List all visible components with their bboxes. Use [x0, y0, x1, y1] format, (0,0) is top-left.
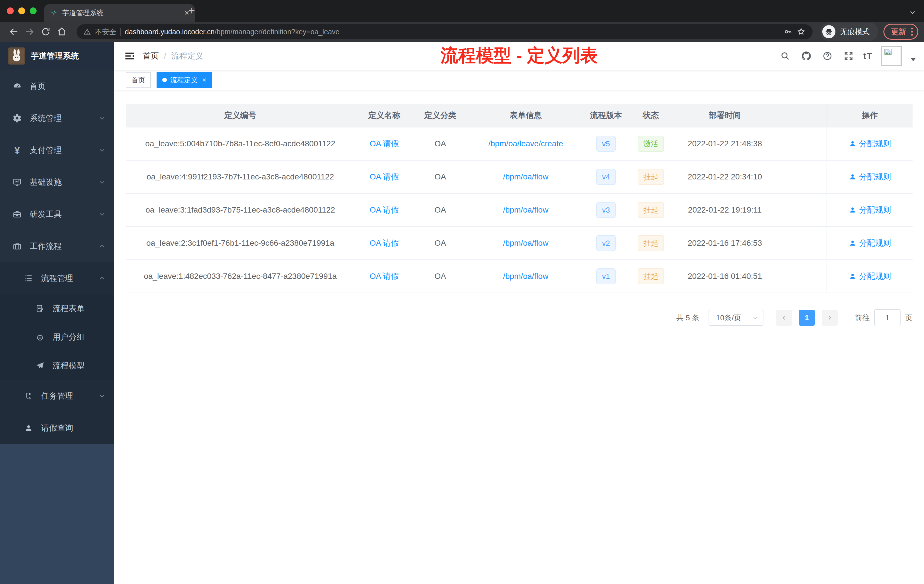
table-row: oa_leave:5:004b710b-7b8a-11ec-8ef0-acde4… [126, 127, 912, 160]
key-icon[interactable] [784, 27, 792, 36]
cell-category: OA [414, 260, 467, 293]
sidebar-item-system[interactable]: 系统管理 [0, 102, 114, 134]
minimize-window-button[interactable] [18, 7, 25, 14]
url-path: /bpm/manager/definition?key=oa_leave [214, 28, 340, 36]
browser-update-button[interactable]: 更新 [883, 24, 918, 40]
sidebar-logo[interactable]: 芋道管理系统 [0, 42, 114, 70]
version-badge[interactable]: v3 [596, 202, 615, 218]
form-link[interactable]: /bpm/oa/flow [503, 272, 549, 280]
tab-title: 芋道管理系统 [62, 8, 180, 17]
new-tab-button[interactable]: + [188, 5, 195, 17]
pagination: 共 5 条 10条/页 1 前往 页 [126, 309, 912, 326]
assign-rule-label: 分配规则 [859, 271, 891, 282]
url-text[interactable]: dashboard.yudao.iocoder.cn/bpm/manager/d… [125, 28, 779, 36]
definition-name-link[interactable]: OA 请假 [370, 139, 399, 148]
assign-rule-link[interactable]: 分配规则 [849, 138, 891, 149]
sidebar-item-home[interactable]: 首页 [0, 70, 114, 102]
next-page-button[interactable] [822, 310, 838, 326]
incognito-chip[interactable]: 无痕模式 [820, 23, 878, 41]
search-icon[interactable] [779, 50, 792, 62]
back-icon[interactable] [6, 24, 22, 40]
forward-icon[interactable] [22, 24, 38, 40]
tab-search-chevron-icon[interactable] [909, 7, 916, 18]
goto-page-input[interactable] [874, 309, 901, 326]
address-bar[interactable]: 不安全 dashboard.yudao.iocoder.cn/bpm/manag… [77, 24, 813, 39]
cell-deploy-time: 2022-01-22 21:48:38 [674, 127, 776, 160]
breadcrumb-home[interactable]: 首页 [143, 51, 159, 61]
definition-name-link[interactable]: OA 请假 [370, 172, 399, 181]
definition-name-link[interactable]: OA 请假 [370, 272, 399, 280]
fullscreen-icon[interactable] [842, 50, 855, 62]
browser-tab-strip: 芋道管理系统 × + [0, 0, 924, 22]
avatar[interactable] [881, 46, 902, 66]
assign-rule-link[interactable]: 分配规则 [849, 238, 891, 249]
sidebar-item-label: 流程表单 [53, 303, 84, 314]
sidebar-item-payment[interactable]: ¥ 支付管理 [0, 134, 114, 166]
cell-filler [776, 160, 827, 193]
window-controls[interactable] [7, 7, 36, 14]
user-icon [22, 424, 35, 432]
assign-rule-link[interactable]: 分配规则 [849, 205, 891, 215]
status-badge: 激活 [638, 136, 664, 152]
home-icon[interactable] [54, 24, 70, 40]
sidebar-item-process-form[interactable]: 流程表单 [0, 294, 114, 323]
navbar: 首页 / 流程定义 流程模型 - 定义列表 tT [114, 42, 924, 70]
sidebar-item-label: 首页 [30, 81, 46, 92]
sidebar-item-dev-tools[interactable]: 研发工具 [0, 198, 114, 230]
sidebar-menu: 首页 系统管理 ¥ 支付管理 基础设施 [0, 70, 114, 444]
avatar-caret-icon[interactable] [910, 58, 916, 61]
prev-page-button[interactable] [776, 310, 792, 326]
maximize-window-button[interactable] [30, 7, 36, 14]
assign-rule-label: 分配规则 [859, 238, 891, 249]
sidebar-item-process-management[interactable]: 流程管理 [0, 262, 114, 294]
security-label[interactable]: 不安全 [95, 27, 116, 36]
page-size-select[interactable]: 10条/页 [709, 310, 764, 326]
form-link[interactable]: /bpm/oa/flow [503, 239, 549, 247]
version-badge[interactable]: v5 [596, 136, 615, 152]
table-header-row: 定义编号 定义名称 定义分类 表单信息 流程版本 状态 部署时间 操作 [126, 104, 912, 127]
version-badge[interactable]: v1 [596, 268, 615, 284]
sidebar-item-infrastructure[interactable]: 基础设施 [0, 166, 114, 198]
bookmark-star-icon[interactable] [797, 27, 806, 36]
definition-name-link[interactable]: OA 请假 [370, 205, 399, 214]
sidebar-item-workflow[interactable]: 工作流程 [0, 230, 114, 262]
cell-filler [776, 260, 827, 293]
cell-definition-id: oa_leave:2:3c1f0ef1-76b1-11ec-9c66-a2380… [126, 226, 355, 260]
app-frame: 芋道管理系统 首页 系统管理 ¥ 支付管理 [0, 42, 924, 584]
assign-rule-link[interactable]: 分配规则 [849, 172, 891, 182]
assign-rule-label: 分配规则 [859, 172, 891, 182]
page-number-1[interactable]: 1 [799, 310, 815, 326]
sidebar-item-user-group[interactable]: 用户分组 [0, 323, 114, 351]
definition-name-link[interactable]: OA 请假 [370, 239, 399, 247]
version-badge[interactable]: v2 [596, 235, 615, 251]
form-link[interactable]: /bpm/oa/flow [503, 205, 549, 214]
browser-tab[interactable]: 芋道管理系统 × [44, 4, 195, 22]
sidebar-item-leave-query[interactable]: 请假查询 [0, 412, 114, 444]
url-domain: dashboard.yudao.iocoder.cn [125, 28, 214, 36]
browser-menu-icon[interactable] [911, 28, 913, 36]
close-window-button[interactable] [7, 7, 14, 14]
form-link[interactable]: /bpm/oa/leave/create [488, 139, 563, 148]
help-icon[interactable] [821, 50, 834, 62]
sidebar-item-process-model[interactable]: 流程模型 [0, 351, 114, 380]
update-label: 更新 [891, 27, 906, 37]
version-badge[interactable]: v4 [596, 169, 615, 185]
form-edit-icon [33, 304, 47, 313]
font-size-icon[interactable]: tT [863, 51, 873, 61]
tags-view: 首页 流程定义 × [114, 70, 924, 90]
sidebar-item-task-management[interactable]: 任务管理 [0, 380, 114, 412]
col-header-version: 流程版本 [584, 104, 627, 127]
user-group-icon [33, 333, 47, 342]
status-badge: 挂起 [638, 235, 664, 251]
sidebar-toggle-icon[interactable] [120, 46, 139, 66]
github-icon[interactable] [800, 50, 813, 62]
reload-icon[interactable] [38, 24, 54, 40]
tag-home[interactable]: 首页 [126, 72, 151, 88]
cell-category: OA [414, 193, 467, 226]
tag-close-icon[interactable]: × [202, 77, 206, 83]
chevron-up-icon [99, 243, 105, 249]
assign-rule-link[interactable]: 分配规则 [849, 271, 891, 282]
list-icon [22, 274, 35, 283]
tag-process-definition[interactable]: 流程定义 × [157, 72, 212, 88]
form-link[interactable]: /bpm/oa/flow [503, 172, 549, 181]
